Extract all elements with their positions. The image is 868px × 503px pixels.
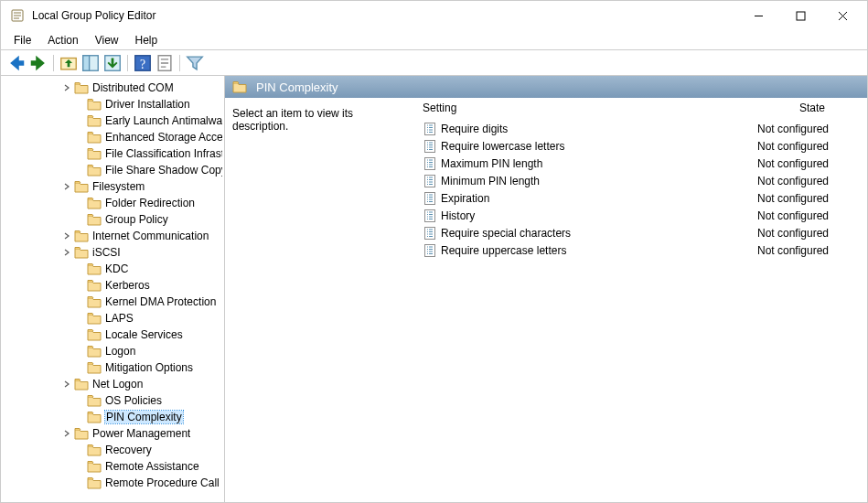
help-button[interactable]: ? [133, 53, 153, 73]
tree-item[interactable]: Internet Communication [1, 228, 224, 244]
tree-item-label: Mitigation Options [105, 361, 193, 374]
expander-spacer [74, 444, 85, 455]
tree-item[interactable]: iSCSI [1, 244, 224, 261]
tree-item[interactable]: Driver Installation [1, 96, 224, 112]
tree-item-label: Locale Services [105, 328, 183, 341]
tree-item[interactable]: Power Management [1, 425, 224, 442]
setting-row[interactable]: HistoryNot configured [417, 207, 867, 224]
folder-icon [87, 98, 102, 111]
folder-icon [232, 80, 247, 93]
chevron-right-icon[interactable] [61, 82, 72, 93]
tree-item-label: File Classification Infrastr [105, 147, 222, 160]
setting-state: Not configured [757, 227, 867, 240]
tree-item[interactable]: Logon [1, 343, 224, 359]
tree-item-label: Remote Assistance [105, 460, 199, 473]
tree-item[interactable]: Enhanced Storage Access [1, 129, 224, 145]
description-text: Select an item to view its description. [232, 107, 353, 133]
menu-file[interactable]: File [6, 32, 38, 48]
tree-item[interactable]: Locale Services [1, 326, 224, 343]
folder-icon [87, 328, 102, 341]
tree-item[interactable]: Distributed COM [1, 80, 224, 96]
chevron-right-icon[interactable] [61, 181, 72, 192]
tree-item[interactable]: Mitigation Options [1, 359, 224, 376]
tree-item[interactable]: Remote Procedure Call [1, 475, 224, 491]
tree-item[interactable]: LAPS [1, 310, 224, 326]
filter-button[interactable] [185, 53, 205, 73]
window-buttons [737, 2, 863, 29]
close-button[interactable] [821, 2, 863, 29]
expander-spacer [74, 395, 85, 406]
expander-spacer [74, 346, 85, 357]
svg-rect-1 [797, 12, 805, 20]
expander-spacer [74, 329, 85, 340]
column-headers[interactable]: Setting State [417, 98, 867, 118]
menu-help[interactable]: Help [128, 32, 166, 48]
folder-icon [87, 394, 102, 407]
settings-column: Setting State Require digitsNot configur… [417, 98, 867, 502]
properties-button[interactable] [155, 53, 175, 73]
folder-icon [87, 131, 102, 144]
setting-row[interactable]: Require digitsNot configured [417, 120, 867, 137]
tree-item[interactable]: Group Policy [1, 211, 224, 228]
setting-state: Not configured [757, 209, 867, 222]
tree-item-label: KDC [105, 262, 128, 275]
svg-rect-10 [425, 140, 435, 152]
setting-row[interactable]: Require special charactersNot configured [417, 224, 867, 241]
chevron-right-icon[interactable] [61, 247, 72, 258]
chevron-right-icon[interactable] [61, 379, 72, 390]
tree-item[interactable]: KDC [1, 261, 224, 277]
setting-row[interactable]: Maximum PIN lengthNot configured [417, 155, 867, 172]
folder-icon [87, 476, 102, 489]
expander-spacer [74, 477, 85, 488]
tree-item-label: Net Logon [92, 378, 143, 391]
column-setting[interactable]: Setting [417, 102, 757, 114]
expander-spacer [74, 148, 85, 159]
setting-state: Not configured [757, 140, 867, 153]
export-list-button[interactable] [102, 53, 123, 73]
back-button[interactable] [6, 53, 27, 73]
folder-icon [87, 345, 102, 358]
forward-button[interactable] [28, 53, 48, 73]
tree-item[interactable]: Recovery [1, 442, 224, 458]
menu-action[interactable]: Action [40, 32, 85, 48]
tree-item[interactable]: File Share Shadow Copy I [1, 162, 224, 178]
tree-item[interactable]: Net Logon [1, 376, 224, 392]
setting-row[interactable]: ExpirationNot configured [417, 189, 867, 207]
tree-item[interactable]: Kerberos [1, 277, 224, 294]
tree-item[interactable]: Kernel DMA Protection [1, 294, 224, 310]
setting-name: Require digits [441, 123, 757, 135]
column-state[interactable]: State [757, 102, 867, 114]
svg-rect-4 [83, 55, 90, 70]
minimize-button[interactable] [737, 2, 779, 29]
tree-item[interactable]: Filesystem [1, 178, 224, 195]
setting-row[interactable]: Require lowercase lettersNot configured [417, 137, 867, 155]
menu-view[interactable]: View [88, 32, 126, 48]
folder-icon [87, 147, 102, 160]
tree-item-label: Folder Redirection [105, 197, 195, 209]
tree-item[interactable]: PIN Complexity [1, 409, 224, 425]
show-hide-tree-button[interactable] [80, 53, 101, 73]
setting-row[interactable]: Require uppercase lettersNot configured [417, 241, 867, 259]
tree-pane[interactable]: Distributed COMDriver InstallationEarly … [1, 76, 225, 502]
policy-icon [423, 174, 437, 188]
policy-icon [423, 156, 437, 171]
tree-item[interactable]: Remote Assistance [1, 458, 224, 475]
policy-icon [423, 139, 437, 154]
tree-item[interactable]: File Classification Infrastr [1, 145, 224, 162]
tree-item[interactable]: OS Policies [1, 392, 224, 409]
tree-item[interactable]: Early Launch Antimalwar [1, 112, 224, 129]
folder-icon [87, 197, 102, 209]
setting-row[interactable]: Minimum PIN lengthNot configured [417, 172, 867, 189]
folder-icon [74, 427, 89, 440]
tree-item[interactable]: Folder Redirection [1, 195, 224, 211]
toolbar-separator [127, 55, 128, 71]
up-button[interactable] [59, 53, 79, 73]
folder-icon [87, 114, 102, 127]
svg-rect-12 [425, 175, 435, 187]
chevron-right-icon[interactable] [61, 230, 72, 241]
setting-state: Not configured [757, 244, 867, 257]
maximize-button[interactable] [779, 2, 821, 29]
tree-item-label: Group Policy [105, 213, 168, 226]
tree-item-label: Logon [105, 345, 135, 358]
chevron-right-icon[interactable] [61, 428, 72, 439]
